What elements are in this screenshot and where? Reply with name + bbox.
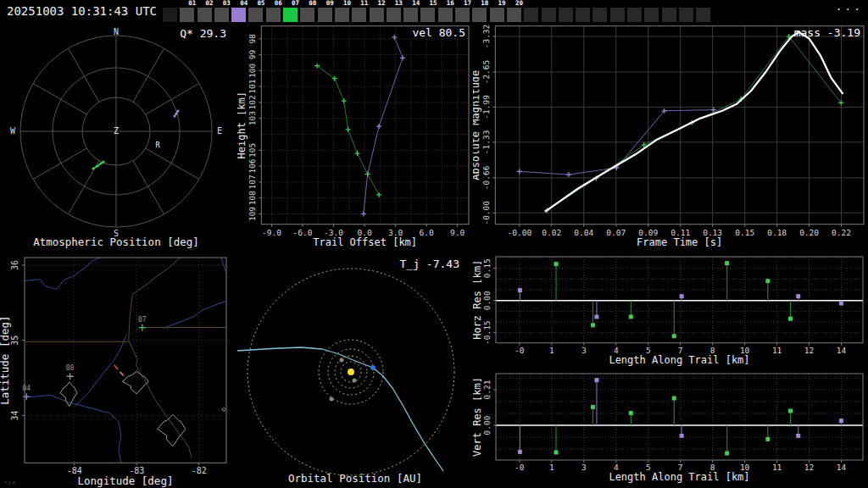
frame-slot-08[interactable]: 08 <box>300 0 314 22</box>
frame-slot-box <box>300 8 314 22</box>
map-river-1 <box>25 395 121 463</box>
frame-slot-03[interactable]: 03 <box>214 0 229 22</box>
frame-slot-11[interactable]: 11 <box>352 0 366 22</box>
frame-slot-01[interactable]: 01 <box>180 0 194 22</box>
frame-slot-box <box>163 8 177 22</box>
frame-slot-05[interactable]: 05 <box>248 0 263 22</box>
utc-timestamp: 20251003 10:31:43 UTC <box>7 4 157 18</box>
atmos-axis-label: Atmospheric Position [deg] <box>33 236 199 248</box>
frame-slot-label: 10 <box>335 0 351 7</box>
sun-dot <box>348 369 354 375</box>
svg-text:0.04: 0.04 <box>574 228 593 237</box>
mag-y-axis-label: Absolute Magnitude <box>473 70 481 180</box>
frame-slot-empty-28 <box>644 0 659 22</box>
map-state-border-2 <box>129 341 192 458</box>
watermark: rjw <box>4 479 16 485</box>
overflow-menu-icon[interactable]: ... <box>836 0 863 13</box>
map-x-axis-label: Longitude [deg] <box>78 474 174 487</box>
frame-slot-label: 09 <box>318 0 334 7</box>
frame-slot-label: 03 <box>214 0 231 7</box>
svg-text:34: 34 <box>10 410 19 420</box>
svg-text:12: 12 <box>804 346 814 355</box>
svg-text:0.00: 0.00 <box>482 291 492 310</box>
frame-slot-empty-30 <box>679 0 693 22</box>
frame-slot-13[interactable]: 13 <box>387 0 401 22</box>
frame-slot-16[interactable]: 16 <box>438 0 453 22</box>
svg-text:109: 109 <box>248 207 257 221</box>
map-river-0 <box>25 258 100 289</box>
svg-text:-0.15: -0.15 <box>482 320 492 345</box>
frame-slot-box <box>542 8 556 22</box>
frame-slot-strip: 0102030405060708091011121314151617181920 <box>163 0 710 22</box>
map-urban-area-3 <box>222 408 225 411</box>
svg-text:-0.66: -0.66 <box>481 165 491 190</box>
mars-dot <box>330 397 334 402</box>
svg-text:0.02: 0.02 <box>542 228 561 237</box>
horz_res-grid <box>496 257 863 343</box>
frame-slot-18[interactable]: 18 <box>472 0 487 22</box>
horz_res-x-axis-label: Length Along Trail [km] <box>609 354 749 366</box>
svg-text:0.07: 0.07 <box>606 228 626 237</box>
horz_res-y-axis-label: Horz Res [km] <box>473 260 483 340</box>
frame-slot-label <box>644 0 660 7</box>
compass-north: N <box>114 27 119 36</box>
mag-y-ticks: -3.32-2.65-1.99-1.33-0.66-0.00 <box>481 25 495 225</box>
frame-slot-box <box>214 8 229 22</box>
frame-slot-label: 20 <box>507 0 523 7</box>
frame-slot-box <box>455 8 470 22</box>
svg-text:9.0: 9.0 <box>450 228 465 237</box>
panel-ground-map: 070804-84-83-82363534Longitude [deg]Lati… <box>0 252 237 488</box>
frame-slot-empty-27 <box>627 0 642 22</box>
vert_res-x-axis-label: Length Along Trail [km] <box>609 471 749 483</box>
frame-slot-06[interactable]: 06 <box>266 0 281 22</box>
frame-slot-label: 02 <box>198 0 214 7</box>
frame-slot-17[interactable]: 17 <box>455 0 470 22</box>
trail-y-axis-label: Height [km] <box>237 92 248 158</box>
frame-slot-15[interactable]: 15 <box>420 0 435 22</box>
frame-slot-label <box>559 0 575 7</box>
svg-text:-1.99: -1.99 <box>481 95 491 119</box>
frame-slot-09[interactable]: 09 <box>318 0 332 22</box>
frame-slot-label <box>593 0 609 7</box>
svg-text:-0: -0 <box>515 463 525 472</box>
svg-text:-82: -82 <box>192 466 207 475</box>
svg-text:108: 108 <box>248 191 257 205</box>
mag-x-axis-label: Frame Time [s] <box>637 236 722 248</box>
svg-text:12: 12 <box>804 463 814 472</box>
frame-slot-label <box>524 0 540 7</box>
station-label-04: 04 <box>22 385 31 392</box>
trail-line-station-04 <box>364 37 403 214</box>
trail-x-ticks: -9.0-6.0-3.00.03.06.09.0 <box>262 225 465 237</box>
frame-slot-label <box>576 0 592 7</box>
status-bar: 20251003 10:31:43 UTC 010203040506070809… <box>0 0 868 24</box>
svg-text:36: 36 <box>10 260 19 270</box>
station-marker-04 <box>23 393 30 400</box>
svg-text:101: 101 <box>248 79 257 93</box>
svg-text:0.20: 0.20 <box>799 228 819 237</box>
frame-slot-box <box>627 8 642 22</box>
lightcurve-model-fit <box>546 32 843 211</box>
compass-east: E <box>217 126 222 136</box>
frame-slot-box <box>490 8 504 22</box>
svg-text:-1.33: -1.33 <box>481 130 491 155</box>
svg-text:102: 102 <box>248 95 257 109</box>
map-y-axis-label: Latitude [deg] <box>0 315 11 404</box>
frame-slot-label: 15 <box>420 0 437 7</box>
frame-slot-07[interactable]: 07 <box>283 0 298 22</box>
svg-text:0.18: 0.18 <box>767 228 787 237</box>
svg-text:0.15: 0.15 <box>482 258 492 278</box>
radiant-label: R <box>155 141 160 149</box>
frame-slot-19[interactable]: 19 <box>490 0 504 22</box>
frame-slot-02[interactable]: 02 <box>198 0 212 22</box>
frame-slot-14[interactable]: 14 <box>403 0 418 22</box>
svg-text:1: 1 <box>549 463 554 472</box>
svg-text:-3.32: -3.32 <box>481 25 491 49</box>
frame-slot-10[interactable]: 10 <box>335 0 349 22</box>
ground-track-segment-0 <box>114 365 118 369</box>
frame-slot-04[interactable]: 04 <box>231 0 246 22</box>
station-marker-08 <box>67 373 74 380</box>
mag-x-ticks: -0.000.020.040.070.090.110.130.150.180.2… <box>508 225 851 237</box>
frame-slot-12[interactable]: 12 <box>370 0 384 22</box>
frame-slot-20[interactable]: 20 <box>507 0 521 22</box>
svg-text:11: 11 <box>772 463 782 472</box>
